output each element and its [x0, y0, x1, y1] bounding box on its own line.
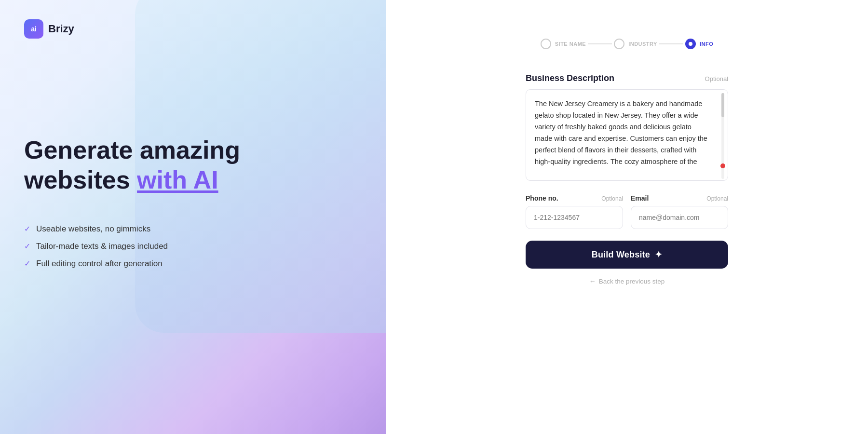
step-site-name: SITE NAME — [541, 39, 586, 49]
email-optional: Optional — [706, 195, 728, 202]
step-industry: INDUSTRY — [614, 39, 657, 49]
contact-fields-row: Phone no. Optional Email Optional — [526, 194, 728, 229]
step-label-industry: INDUSTRY — [628, 41, 657, 47]
email-label: Email — [631, 194, 649, 202]
phone-optional: Optional — [601, 195, 623, 202]
scroll-indicator — [720, 163, 725, 168]
build-btn-label: Build Website — [592, 250, 650, 260]
step-circle-industry — [614, 39, 624, 49]
build-website-button[interactable]: Build Website ✦ — [526, 241, 728, 269]
feature-text-1: Useable websites, no gimmicks — [36, 224, 150, 234]
logo-icon: ai — [24, 19, 43, 39]
check-icon-1: ✓ — [24, 224, 30, 233]
left-panel: ai Brizy Generate amazing websites with … — [0, 0, 386, 434]
right-panel: SITE NAME INDUSTRY INFO Business Descrip… — [386, 0, 868, 434]
form-header: Business Description Optional — [526, 73, 728, 83]
feature-text-3: Full editing control after generation — [36, 259, 163, 269]
step-connector-1 — [588, 43, 612, 44]
logo: ai Brizy — [24, 19, 362, 39]
back-arrow-icon: ← — [589, 277, 596, 285]
hero-section: Generate amazing websites with AI ✓ Usea… — [24, 135, 362, 269]
progress-steps: SITE NAME INDUSTRY INFO — [526, 39, 728, 49]
description-textarea[interactable] — [526, 89, 728, 181]
hero-title: Generate amazing websites with AI — [24, 135, 275, 195]
feature-item-1: ✓ Useable websites, no gimmicks — [24, 224, 362, 234]
check-icon-3: ✓ — [24, 259, 30, 268]
form-title: Business Description — [526, 73, 614, 83]
scrollbar-thumb — [721, 93, 724, 117]
phone-input[interactable] — [526, 206, 623, 229]
step-connector-2 — [659, 43, 683, 44]
sparkle-icon: ✦ — [655, 249, 662, 260]
phone-field-group: Phone no. Optional — [526, 194, 623, 229]
form-optional-label: Optional — [705, 75, 728, 82]
step-circle-info — [685, 39, 696, 49]
phone-field-header: Phone no. Optional — [526, 194, 623, 202]
email-input[interactable] — [631, 206, 728, 229]
feature-item-3: ✓ Full editing control after generation — [24, 259, 362, 269]
back-link-label: Back the previous step — [599, 278, 665, 285]
textarea-wrapper — [526, 89, 728, 183]
step-info: INFO — [685, 39, 713, 49]
email-field-header: Email Optional — [631, 194, 728, 202]
step-label-info: INFO — [700, 41, 713, 47]
check-icon-2: ✓ — [24, 242, 30, 251]
step-label-site-name: SITE NAME — [555, 41, 586, 47]
feature-item-2: ✓ Tailor-made texts & images included — [24, 242, 362, 251]
step-circle-site-name — [541, 39, 551, 49]
feature-text-2: Tailor-made texts & images included — [36, 242, 168, 251]
form-container: Business Description Optional Phone no. … — [526, 73, 728, 285]
features-list: ✓ Useable websites, no gimmicks ✓ Tailor… — [24, 224, 362, 269]
phone-label: Phone no. — [526, 194, 558, 202]
back-link[interactable]: ← Back the previous step — [526, 277, 728, 285]
email-field-group: Email Optional — [631, 194, 728, 229]
logo-text: Brizy — [48, 23, 74, 35]
